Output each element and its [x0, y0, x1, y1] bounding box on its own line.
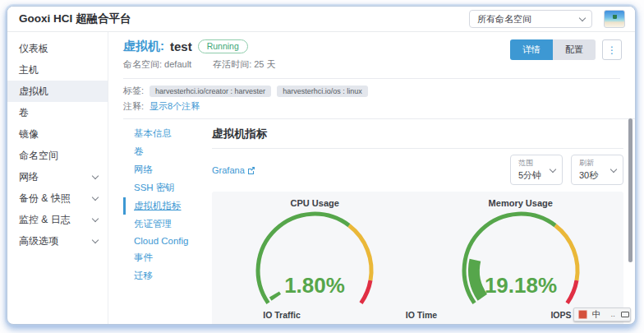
- svg-text:19.18%: 19.18%: [485, 273, 557, 298]
- range-select[interactable]: 范围 5分钟: [510, 155, 563, 185]
- label-tag: harvesterhci.io/creator : harvester: [150, 86, 271, 97]
- sidebar-item[interactable]: 监控 & 日志: [7, 209, 108, 230]
- config-button[interactable]: 配置: [553, 39, 596, 60]
- gauge-title: Memory Usage: [418, 198, 624, 208]
- resource-type-link[interactable]: 虚拟机:: [123, 39, 164, 54]
- chevron-down-icon: [550, 166, 556, 173]
- detail-tab[interactable]: 迁移: [123, 267, 204, 284]
- chevron-down-icon: [92, 236, 99, 243]
- timeseries-panel: IO Traffic5 kB/s4 kB/s3 kB/s: [212, 305, 352, 324]
- annotations-row: 注释: 显示8个注释: [108, 97, 635, 118]
- sidebar-item-label: 主机: [19, 63, 39, 77]
- sidebar-item[interactable]: 卷: [7, 102, 108, 123]
- ime-punctuation-icon[interactable]: ‥: [611, 311, 616, 318]
- detail-tab[interactable]: SSH 密钥: [123, 179, 204, 197]
- labels-row: 标签: harvesterhci.io/creator : harvesterh…: [108, 79, 635, 97]
- gauges-row: CPU Usage1.80%Memory Usage19.18%: [212, 198, 623, 305]
- detail-tab-nav: 基本信息卷网络SSH 密钥虚拟机指标凭证管理Cloud Config事件迁移: [123, 119, 204, 324]
- refresh-select-label: 刷新: [579, 158, 605, 169]
- app-title: Gooxi HCI 超融合平台: [19, 12, 131, 26]
- sidebar-item-label: 监控 & 日志: [19, 213, 71, 227]
- gauge-panel: CPU Usage1.80%: [212, 198, 418, 305]
- ime-toolbar[interactable]: 中 ‥: [573, 308, 631, 321]
- more-actions-button[interactable]: ⋮: [602, 39, 622, 60]
- gauge-chart: 1.80%: [224, 208, 405, 305]
- gauge-title: CPU Usage: [212, 198, 418, 208]
- tags-list: harvesterhci.io/creator : harvesterharve…: [150, 86, 368, 97]
- refresh-select-value: 30秒: [579, 169, 605, 182]
- svg-text:1.80%: 1.80%: [284, 273, 345, 298]
- label-tag: harvesterhci.io/os : linux: [277, 86, 368, 97]
- grafana-link[interactable]: Grafana: [212, 165, 255, 175]
- detail-tab[interactable]: 基本信息: [123, 125, 204, 142]
- ime-language-indicator[interactable]: 中: [592, 310, 601, 319]
- detail-button[interactable]: 详情: [510, 39, 553, 60]
- ime-logo-icon[interactable]: [578, 310, 587, 319]
- range-select-value: 5分钟: [518, 169, 544, 182]
- main-area: 虚拟机: test Running 命名空间: default 存活时间: 25…: [108, 32, 635, 324]
- sidebar-item[interactable]: 备份 & 快照: [7, 187, 108, 209]
- gauge-panel: Memory Usage19.18%: [418, 198, 624, 305]
- sidebar-item[interactable]: 高级选项: [7, 230, 108, 252]
- area-chart: 2 ms1.50 ms1 ms: [352, 320, 491, 324]
- range-select-label: 范围: [518, 158, 544, 169]
- detail-tab[interactable]: 卷: [123, 143, 204, 160]
- detail-tab[interactable]: Cloud Config: [123, 234, 204, 248]
- sidebar-nav: 仪表板主机虚拟机卷镜像命名空间网络备份 & 快照监控 & 日志高级选项: [7, 32, 108, 324]
- sidebar-item-label: 镜像: [19, 127, 39, 141]
- refresh-select[interactable]: 刷新 30秒: [571, 155, 623, 185]
- chevron-down-icon: [610, 166, 617, 173]
- sidebar-item[interactable]: 镜像: [7, 123, 108, 145]
- chart-title: IO Time: [352, 310, 491, 320]
- detail-tab[interactable]: 虚拟机指标: [123, 197, 204, 215]
- annotations-label: 注释:: [123, 100, 144, 113]
- sidebar-item[interactable]: 命名空间: [7, 145, 108, 166]
- sidebar-item-label: 仪表板: [19, 42, 48, 56]
- sidebar-item-label: 网络: [19, 170, 39, 184]
- sidebar-item-label: 命名空间: [19, 149, 58, 163]
- sidebar-item[interactable]: 主机: [7, 59, 108, 81]
- detail-tab[interactable]: 事件: [123, 249, 204, 266]
- sidebar-item[interactable]: 虚拟机: [7, 81, 108, 102]
- sidebar-item-label: 备份 & 快照: [19, 192, 71, 206]
- user-avatar[interactable]: [604, 10, 625, 28]
- header-actions: 详情 配置 ⋮: [510, 39, 622, 60]
- timeseries-panel: IO Time2 ms1.50 ms1 ms: [352, 305, 491, 324]
- show-annotations-link[interactable]: 显示8个注释: [150, 100, 200, 113]
- chevron-down-icon: [92, 193, 99, 200]
- resource-name: test: [170, 39, 192, 53]
- namespace-filter-value: 所有命名空间: [477, 13, 531, 25]
- gauge-chart: 19.18%: [430, 208, 611, 305]
- scrollbar-thumb[interactable]: [628, 118, 632, 262]
- sidebar-item[interactable]: 仪表板: [7, 38, 108, 59]
- detail-tab[interactable]: 凭证管理: [123, 215, 204, 233]
- namespace-filter-select[interactable]: 所有命名空间: [469, 10, 592, 28]
- detail-tab[interactable]: 网络: [123, 161, 204, 178]
- chart-title: IO Traffic: [212, 310, 352, 320]
- chevron-down-icon: [92, 215, 99, 221]
- area-chart: 5 kB/s4 kB/s3 kB/s: [212, 320, 352, 324]
- app-window: Gooxi HCI 超融合平台 所有命名空间 仪表板主机虚拟机卷镜像命名空间网络…: [7, 6, 636, 325]
- sidebar-item-label: 高级选项: [19, 234, 58, 248]
- external-link-icon: [247, 166, 255, 174]
- namespace-meta: 命名空间: default: [123, 58, 191, 71]
- topbar-controls: 所有命名空间: [469, 10, 625, 28]
- grafana-link-label: Grafana: [212, 165, 245, 175]
- labels-label: 标签:: [123, 85, 144, 97]
- chevron-down-icon: [579, 15, 586, 21]
- ime-keyboard-icon[interactable]: [621, 312, 629, 317]
- charts-row: IO Traffic5 kB/s4 kB/s3 kB/sIO Time2 ms1…: [212, 305, 623, 324]
- age-meta: 存活时间: 25 天: [213, 58, 275, 71]
- sidebar-item-label: 虚拟机: [19, 85, 48, 99]
- chevron-down-icon: [92, 172, 99, 178]
- metrics-title: 虚拟机指标: [212, 119, 623, 149]
- sidebar-item[interactable]: 网络: [7, 166, 108, 187]
- sidebar-item-label: 卷: [19, 106, 29, 120]
- top-bar: Gooxi HCI 超融合平台 所有命名空间: [7, 7, 635, 32]
- metrics-panel: CPU Usage1.80%Memory Usage19.18% IO Traf…: [212, 192, 623, 324]
- metrics-content: 虚拟机指标 Grafana 范围 5分钟: [204, 119, 635, 324]
- status-badge: Running: [198, 39, 248, 53]
